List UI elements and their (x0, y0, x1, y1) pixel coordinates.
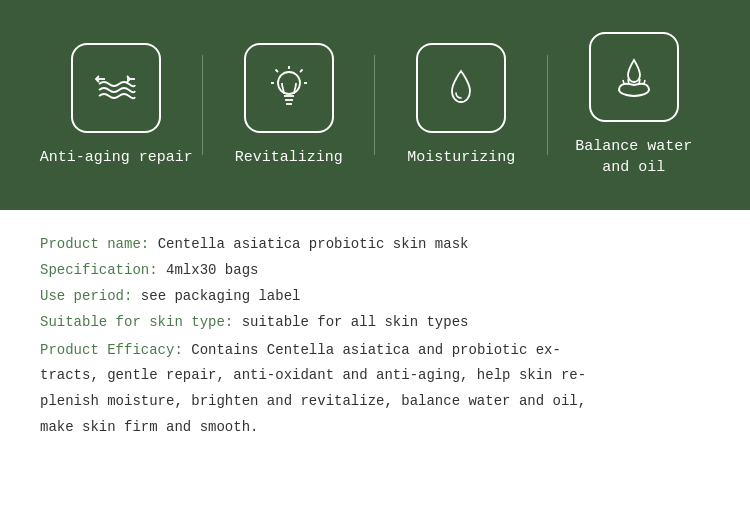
moisturizing-icon-box (416, 43, 506, 133)
anti-aging-label: Anti-aging repair (40, 147, 193, 168)
svg-line-13 (639, 79, 640, 84)
skin-type-label: Suitable for skin type: (40, 314, 233, 330)
specification-value: 4mlx30 bags (166, 262, 258, 278)
features-banner: Anti-aging repair Revitalizing (0, 0, 750, 210)
feature-anti-aging: Anti-aging repair (30, 43, 203, 168)
revitalizing-icon-box (244, 43, 334, 133)
balance-icon (607, 50, 661, 104)
product-name-row: Product name: Centella asiatica probioti… (40, 232, 710, 258)
specification-label: Specification: (40, 262, 158, 278)
product-name-label: Product name: (40, 236, 149, 252)
feature-revitalizing: Revitalizing (203, 43, 376, 168)
use-period-label: Use period: (40, 288, 132, 304)
svg-line-11 (623, 80, 624, 84)
feature-moisturizing: Moisturizing (375, 43, 548, 168)
revitalizing-icon (262, 61, 316, 115)
efficacy-row: Product Efficacy: Contains Centella asia… (40, 338, 710, 442)
balance-icon-box (589, 32, 679, 122)
feature-balance: Balance waterand oil (548, 32, 721, 178)
specification-row: Specification: 4mlx30 bags (40, 258, 710, 284)
skin-type-row: Suitable for skin type: suitable for all… (40, 310, 710, 336)
efficacy-label: Product Efficacy: (40, 342, 183, 358)
moisturizing-icon (434, 61, 488, 115)
skin-type-value: suitable for all skin types (242, 314, 469, 330)
anti-aging-icon-box (71, 43, 161, 133)
svg-line-12 (628, 79, 629, 84)
use-period-value: see packaging label (141, 288, 301, 304)
revitalizing-label: Revitalizing (235, 147, 343, 168)
svg-line-14 (644, 80, 645, 84)
moisturizing-label: Moisturizing (407, 147, 515, 168)
product-name-value: Centella asiatica probiotic skin mask (158, 236, 469, 252)
use-period-row: Use period: see packaging label (40, 284, 710, 310)
svg-line-4 (300, 69, 303, 72)
balance-label: Balance waterand oil (575, 136, 692, 178)
product-info-section: Product name: Centella asiatica probioti… (0, 210, 750, 459)
svg-line-6 (275, 69, 278, 72)
anti-aging-icon (89, 61, 143, 115)
